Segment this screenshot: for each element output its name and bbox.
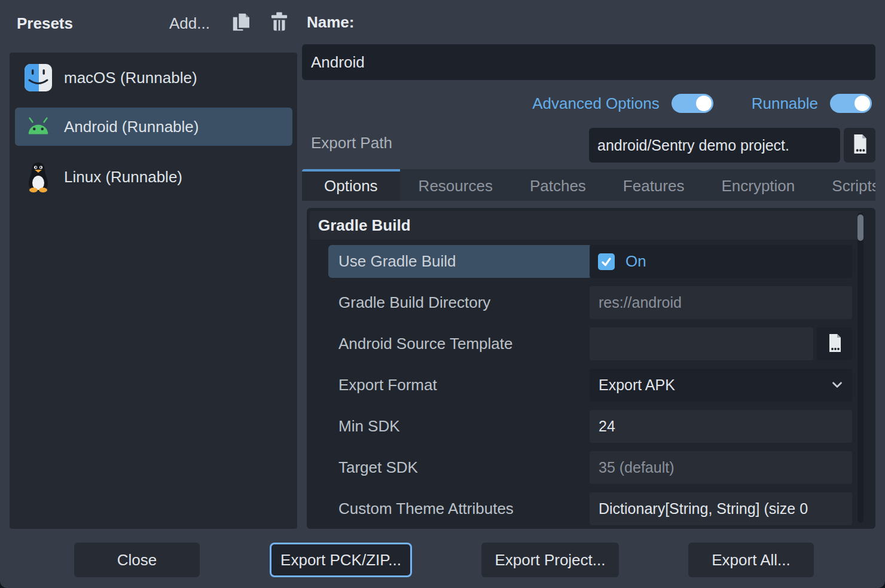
export-path-label: Export Path: [311, 134, 392, 152]
property-label-export-format[interactable]: Export Format: [328, 369, 592, 402]
property-row: Gradle Build Directory res://android: [307, 286, 864, 319]
preset-item-linux[interactable]: Linux (Runnable): [15, 158, 292, 196]
property-value-gradle-build-directory[interactable]: res://android: [590, 286, 852, 319]
export-format-dropdown[interactable]: Export APK: [590, 369, 852, 402]
preset-item-macos[interactable]: macOS (Runnable): [15, 59, 292, 97]
property-label-text: Use Gradle Build: [338, 252, 456, 271]
toggle-knob: [696, 96, 712, 111]
presets-title: Presets: [17, 14, 73, 33]
preset-item-label: Android (Runnable): [64, 118, 199, 136]
toggle-knob: [855, 96, 870, 111]
property-row: Export Format Export APK: [307, 369, 864, 402]
preset-list: macOS (Runnable) Android (Runnable): [10, 53, 297, 529]
runnable-label: Runnable: [752, 94, 818, 113]
preset-item-android[interactable]: Android (Runnable): [15, 108, 292, 146]
export-pck-zip-button[interactable]: Export PCK/ZIP...: [270, 543, 412, 577]
name-label: Name:: [307, 13, 354, 32]
duplicate-preset-button[interactable]: [229, 10, 254, 37]
tab-options[interactable]: Options: [302, 169, 400, 201]
property-label-android-source-template[interactable]: Android Source Template: [328, 327, 592, 360]
property-value-text: res://android: [599, 294, 682, 311]
tab-features[interactable]: Features: [605, 169, 703, 201]
property-value-min-sdk[interactable]: 24: [590, 410, 852, 443]
property-label-text: Gradle Build Directory: [338, 293, 490, 312]
close-button[interactable]: Close: [74, 543, 200, 577]
dropdown-selected-value: Export APK: [599, 376, 675, 394]
toggles-row: Advanced Options Runnable: [302, 91, 875, 116]
file-browse-icon: [825, 332, 844, 356]
property-value-use-gradle-build: On: [590, 245, 852, 278]
trash-icon: [268, 11, 291, 36]
preset-name-input[interactable]: Android: [302, 44, 875, 80]
export-path-browse-button[interactable]: [844, 128, 875, 163]
property-value-android-source-template[interactable]: [590, 327, 813, 360]
tab-patches[interactable]: Patches: [511, 169, 605, 201]
delete-preset-button[interactable]: [267, 10, 292, 37]
advanced-options-toggle[interactable]: [672, 94, 713, 113]
add-preset-button[interactable]: Add...: [169, 14, 210, 33]
export-project-button[interactable]: Export Project...: [481, 543, 619, 577]
checkbox-state-text: On: [625, 252, 646, 271]
chevron-down-icon: [829, 377, 845, 395]
property-value-text: Dictionary[String, String] (size 0: [599, 500, 808, 517]
property-label-use-gradle-build[interactable]: Use Gradle Build: [328, 245, 592, 278]
section-header-gradle-build[interactable]: Gradle Build: [310, 211, 861, 240]
options-scrollbar-grabber[interactable]: [857, 215, 863, 241]
copy-icon: [230, 11, 253, 36]
options-panel: Gradle Build Use Gradle Build On Gradle …: [307, 208, 875, 529]
options-scrollbar[interactable]: [857, 213, 863, 523]
tab-encryption[interactable]: Encryption: [703, 169, 813, 201]
template-browse-button[interactable]: [817, 327, 852, 360]
export-dialog: Presets Add...: [0, 0, 885, 588]
android-icon: [25, 113, 52, 140]
preset-item-label: Linux (Runnable): [64, 168, 182, 186]
property-value-custom-theme-attributes[interactable]: Dictionary[String, String] (size 0: [590, 492, 852, 525]
export-tabs: Options Resources Patches Features Encry…: [302, 169, 875, 201]
advanced-options-label: Advanced Options: [532, 94, 659, 113]
property-label-target-sdk[interactable]: Target SDK: [328, 451, 592, 484]
property-label-text: Min SDK: [338, 417, 400, 436]
property-value-text: 24: [599, 418, 615, 435]
property-label-gradle-build-directory[interactable]: Gradle Build Directory: [328, 286, 592, 319]
property-label-min-sdk[interactable]: Min SDK: [328, 410, 592, 443]
file-browse-icon: [850, 133, 870, 158]
property-row: Use Gradle Build On: [307, 245, 864, 278]
property-label-text: Android Source Template: [338, 335, 512, 353]
macos-finder-icon: [25, 64, 52, 91]
property-value-target-sdk[interactable]: 35 (default): [590, 451, 852, 484]
preset-item-label: macOS (Runnable): [64, 69, 197, 87]
checkbox-checked-icon[interactable]: [598, 253, 615, 270]
preset-name-value: Android: [311, 53, 365, 72]
property-row: Target SDK 35 (default): [307, 451, 864, 484]
linux-tux-icon: [25, 163, 52, 191]
section-title: Gradle Build: [318, 216, 411, 235]
property-label-custom-theme-attributes[interactable]: Custom Theme Attributes: [328, 492, 592, 525]
property-row: Custom Theme Attributes Dictionary[Strin…: [307, 492, 864, 525]
property-label-text: Custom Theme Attributes: [338, 500, 514, 518]
export-path-input[interactable]: android/Sentry demo project.: [589, 128, 840, 163]
property-row: Android Source Template: [307, 327, 864, 360]
tab-scripts[interactable]: Scripts: [813, 169, 875, 201]
property-row: Min SDK 24: [307, 410, 864, 443]
export-all-button[interactable]: Export All...: [688, 543, 814, 577]
tab-resources[interactable]: Resources: [400, 169, 511, 201]
property-label-text: Target SDK: [338, 458, 418, 477]
property-label-text: Export Format: [338, 376, 437, 394]
export-path-value: android/Sentry demo project.: [597, 137, 789, 154]
runnable-toggle[interactable]: [830, 94, 872, 113]
property-value-text: 35 (default): [599, 459, 674, 476]
